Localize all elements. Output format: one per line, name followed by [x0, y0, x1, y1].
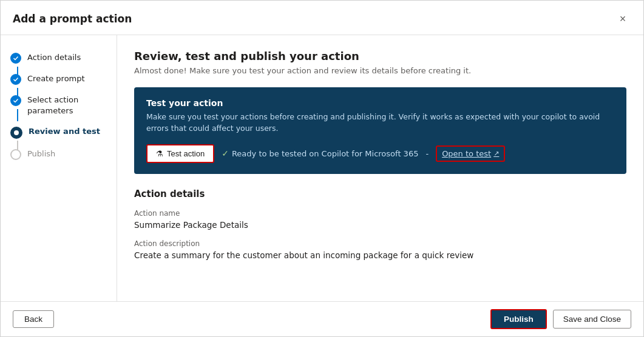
- sidebar-label-select-action-parameters: Select action parameters: [27, 95, 107, 116]
- test-action-label: Test action: [167, 149, 205, 158]
- separator: -: [425, 149, 429, 158]
- publish-button[interactable]: Publish: [490, 309, 547, 329]
- close-button[interactable]: ×: [614, 10, 631, 27]
- open-to-test-link[interactable]: Open to test ↗: [436, 145, 505, 162]
- open-test-label: Open to test: [442, 149, 491, 158]
- checkmark-icon: [13, 98, 19, 104]
- action-details-section: Action details Action name Summarize Pac…: [134, 189, 626, 260]
- action-description-group: Action description Create a summary for …: [134, 239, 626, 260]
- main-content: Review, test and publish your action Alm…: [117, 35, 643, 301]
- action-name-label: Action name: [134, 209, 626, 218]
- ready-text-container: ✓ Ready to be tested on Copilot for Micr…: [222, 148, 418, 158]
- save-and-close-button[interactable]: Save and Close: [553, 310, 631, 329]
- step-connector-3: [17, 109, 18, 121]
- ready-text: Ready to be tested on Copilot for Micros…: [232, 149, 419, 158]
- checkmark-icon: [13, 55, 19, 61]
- check-icon: ✓: [222, 148, 229, 158]
- sidebar-item-action-details[interactable]: Action details: [1, 47, 117, 68]
- action-description-label: Action description: [134, 239, 626, 248]
- action-name-value: Summarize Package Details: [134, 220, 626, 230]
- close-icon: ×: [620, 13, 626, 25]
- sidebar-item-publish[interactable]: Publish: [1, 144, 117, 165]
- back-button[interactable]: Back: [13, 310, 54, 328]
- test-card-description: Make sure you test your actions before c…: [146, 112, 614, 135]
- footer-right-actions: Publish Save and Close: [490, 309, 631, 329]
- dialog-footer: Back Publish Save and Close: [1, 301, 643, 336]
- sidebar: Action details Create prompt Select acti…: [1, 35, 117, 301]
- test-card: Test your action Make sure you test your…: [134, 87, 626, 174]
- step-circle-select-params: [10, 95, 21, 106]
- page-title: Review, test and publish your action: [134, 50, 626, 62]
- step-circle-publish: [10, 149, 21, 160]
- sidebar-label-publish: Publish: [27, 148, 55, 159]
- sidebar-item-review-and-test[interactable]: Review and test: [1, 121, 117, 144]
- sidebar-item-create-prompt[interactable]: Create prompt: [1, 68, 117, 90]
- checkmark-icon: [13, 76, 19, 82]
- external-link-icon: ↗: [493, 150, 499, 158]
- active-dot: [14, 130, 19, 135]
- page-subtitle: Almost done! Make sure you test your act…: [134, 66, 626, 75]
- test-card-actions: ⚗ Test action ✓ Ready to be tested on Co…: [146, 144, 614, 163]
- step-circle-review-and-test: [10, 127, 22, 139]
- action-description-value: Create a summary for the customer about …: [134, 250, 626, 260]
- dialog-header: Add a prompt action ×: [1, 1, 643, 35]
- action-name-group: Action name Summarize Package Details: [134, 209, 626, 230]
- dialog-body: Action details Create prompt Select acti…: [1, 35, 643, 301]
- test-action-button[interactable]: ⚗ Test action: [146, 144, 214, 163]
- sidebar-label-create-prompt: Create prompt: [27, 73, 85, 84]
- flask-icon: ⚗: [156, 149, 163, 158]
- step-circle-create-prompt: [10, 74, 21, 85]
- test-card-title: Test your action: [146, 98, 614, 108]
- action-details-heading: Action details: [134, 189, 626, 199]
- sidebar-label-review-and-test: Review and test: [29, 126, 100, 137]
- add-prompt-action-dialog: Add a prompt action × Action details Cre…: [0, 0, 644, 337]
- dialog-title: Add a prompt action: [13, 13, 132, 25]
- step-circle-action-details: [10, 53, 21, 64]
- sidebar-item-select-action-parameters[interactable]: Select action parameters: [1, 90, 117, 121]
- sidebar-label-action-details: Action details: [27, 52, 81, 63]
